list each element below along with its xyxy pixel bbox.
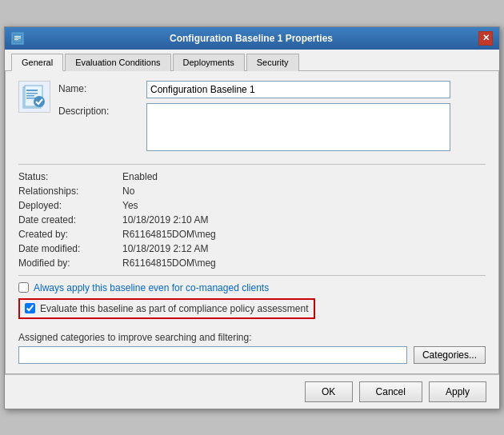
svg-rect-6 (26, 90, 38, 91)
categories-label: Assigned categories to improve searching… (18, 332, 486, 343)
tab-general[interactable]: General (11, 54, 63, 71)
name-label: Name: (58, 81, 146, 94)
info-grid: Status: Enabled Relationships: No Deploy… (18, 171, 486, 269)
window-icon (11, 32, 24, 45)
baseline-icon (18, 81, 50, 113)
tab-security[interactable]: Security (246, 54, 299, 71)
always-apply-label[interactable]: Always apply this baseline even for co-m… (34, 282, 269, 293)
categories-row: Categories... (18, 346, 486, 364)
evaluate-label[interactable]: Evaluate this baseline as part of compli… (40, 303, 309, 314)
divider-2 (18, 275, 486, 276)
tab-content: Name: Description: Status: Enabled Relat… (5, 71, 499, 374)
svg-rect-8 (26, 95, 34, 97)
date-modified-value: 10/18/2019 2:12 AM (122, 243, 486, 254)
svg-rect-7 (26, 93, 38, 94)
status-label: Status: (18, 171, 122, 182)
relationships-value: No (122, 186, 486, 197)
tab-deployments[interactable]: Deployments (173, 54, 245, 71)
tabs-bar: General Evaluation Conditions Deployment… (5, 50, 499, 71)
date-created-label: Date created: (18, 214, 122, 225)
deployed-label: Deployed: (18, 200, 122, 211)
categories-section: Assigned categories to improve searching… (18, 332, 486, 364)
name-input[interactable] (146, 81, 450, 98)
evaluate-row: Evaluate this baseline as part of compli… (25, 303, 309, 314)
svg-point-10 (34, 96, 45, 107)
status-value: Enabled (122, 171, 486, 182)
description-row: Description: (58, 103, 486, 151)
description-label: Description: (58, 103, 146, 117)
always-apply-row: Always apply this baseline even for co-m… (18, 282, 486, 293)
apply-button[interactable]: Apply (429, 381, 486, 402)
deployed-value: Yes (122, 200, 486, 211)
created-by-label: Created by: (18, 229, 122, 240)
icon-area (18, 81, 50, 156)
tab-evaluation[interactable]: Evaluation Conditions (65, 54, 170, 71)
svg-rect-1 (14, 36, 21, 37)
description-textarea[interactable] (146, 103, 450, 151)
modified-by-value: R61164815DOM\meg (122, 257, 486, 269)
date-modified-label: Date modified: (18, 243, 122, 254)
title-bar: Configuration Baseline 1 Properties ✕ (5, 27, 499, 50)
svg-rect-3 (14, 39, 18, 40)
categories-button[interactable]: Categories... (414, 346, 486, 364)
name-row: Name: (58, 81, 486, 98)
date-created-value: 10/18/2019 2:10 AM (122, 214, 486, 225)
main-window: Configuration Baseline 1 Properties ✕ Ge… (4, 26, 500, 409)
modified-by-label: Modified by: (18, 257, 122, 269)
svg-rect-2 (14, 38, 21, 38)
cancel-button[interactable]: Cancel (359, 381, 422, 402)
created-by-value: R61164815DOM\meg (122, 229, 486, 240)
divider-1 (18, 164, 486, 165)
header-section: Name: Description: (18, 81, 486, 156)
header-form: Name: Description: (58, 81, 486, 156)
always-apply-checkbox[interactable] (18, 282, 29, 293)
close-button[interactable]: ✕ (478, 31, 493, 46)
evaluate-checkbox[interactable] (25, 303, 35, 313)
relationships-label: Relationships: (18, 186, 122, 197)
footer: OK Cancel Apply (5, 374, 499, 409)
evaluate-highlight-box: Evaluate this baseline as part of compli… (18, 298, 315, 319)
window-title: Configuration Baseline 1 Properties (24, 33, 478, 44)
ok-button[interactable]: OK (305, 381, 353, 402)
categories-input[interactable] (18, 346, 407, 364)
